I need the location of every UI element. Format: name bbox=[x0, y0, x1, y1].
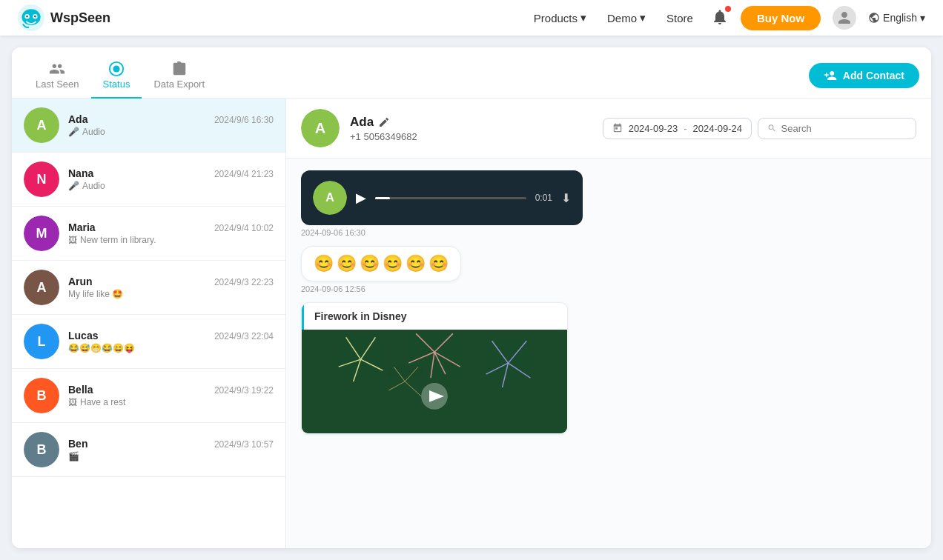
message-search-box[interactable] bbox=[758, 118, 916, 139]
svg-point-4 bbox=[26, 16, 28, 18]
media-message: Firework in Disney bbox=[301, 302, 916, 434]
user-icon bbox=[837, 10, 852, 25]
svg-point-1 bbox=[21, 9, 40, 25]
tab-status[interactable]: Status bbox=[91, 56, 142, 99]
tab-data-export[interactable]: Data Export bbox=[142, 56, 216, 99]
avatar: B bbox=[24, 378, 59, 413]
search-input[interactable] bbox=[781, 123, 907, 134]
edit-icon[interactable] bbox=[378, 116, 390, 128]
avatar: N bbox=[24, 161, 59, 197]
logo-icon bbox=[18, 4, 44, 31]
user-avatar[interactable] bbox=[833, 6, 856, 30]
chevron-down-icon: ▾ bbox=[580, 11, 586, 24]
notification-bell[interactable] bbox=[711, 8, 729, 28]
list-item[interactable]: B Ben 2024/9/3 10:57 🎬 bbox=[12, 423, 285, 477]
language-selector[interactable]: English ▾ bbox=[868, 12, 925, 24]
main-panel: Last Seen Status Data Export bbox=[12, 47, 931, 548]
main-nav: Products ▾ Demo ▾ Store bbox=[534, 11, 693, 24]
video-icon: 🎬 bbox=[68, 451, 79, 461]
mic-icon: 🎤 bbox=[68, 127, 79, 137]
header-actions: Buy Now English ▾ bbox=[711, 6, 925, 30]
app-title: WspSeen bbox=[50, 10, 110, 26]
lang-chevron-icon: ▾ bbox=[920, 12, 925, 24]
detail-header: A Ada +1 5056349682 bbox=[286, 99, 931, 159]
list-item[interactable]: B Bella 2024/9/3 19:22 🖼 Have a rest bbox=[12, 369, 285, 423]
logo[interactable]: WspSeen bbox=[18, 4, 110, 31]
tab-last-seen[interactable]: Last Seen bbox=[24, 56, 91, 99]
globe-icon bbox=[868, 12, 880, 24]
contact-detail-name: Ada bbox=[350, 115, 374, 130]
add-contact-button[interactable]: Add Contact bbox=[809, 63, 919, 88]
messages-area: A 🎤 ▶ 0:01 ⬇ 2024-09-06 16:30 bbox=[286, 159, 931, 548]
export-icon bbox=[171, 61, 188, 77]
avatar: B bbox=[24, 432, 59, 467]
media-title: Firework in Disney bbox=[302, 303, 567, 330]
audio-duration: 0:01 bbox=[535, 193, 552, 203]
svg-point-7 bbox=[113, 65, 119, 72]
firework-visual bbox=[302, 330, 567, 433]
status-icon bbox=[108, 61, 125, 77]
app-container: Last Seen Status Data Export bbox=[0, 36, 943, 560]
tabs-bar: Last Seen Status Data Export bbox=[12, 47, 931, 99]
detail-panel: A Ada +1 5056349682 bbox=[286, 99, 931, 548]
avatar: M bbox=[24, 216, 59, 251]
last-seen-icon bbox=[49, 61, 65, 77]
contact-phone: +1 5056349682 bbox=[350, 131, 592, 142]
emoji-message: 😊 😊 😊 😊 😊 😊 2024-09-06 12:56 bbox=[301, 246, 916, 293]
message-timestamp: 2024-09-06 12:56 bbox=[301, 284, 916, 293]
contact-list: A Ada 2024/9/6 16:30 🎤 Audio bbox=[12, 99, 286, 548]
list-item[interactable]: A Arun 2024/9/3 22:23 My life like 🤩 bbox=[12, 261, 285, 315]
svg-rect-8 bbox=[302, 330, 567, 433]
image-icon: 🖼 bbox=[68, 397, 77, 407]
add-person-icon bbox=[824, 69, 837, 82]
emoji-bubble: 😊 😊 😊 😊 😊 😊 bbox=[301, 246, 461, 281]
download-icon[interactable]: ⬇ bbox=[561, 191, 571, 205]
search-icon bbox=[767, 123, 777, 133]
play-button[interactable]: ▶ bbox=[356, 190, 366, 206]
notification-badge bbox=[725, 6, 731, 12]
detail-avatar: A bbox=[301, 109, 340, 147]
microphone-icon: 🎤 bbox=[313, 209, 321, 215]
calendar-icon bbox=[612, 123, 623, 133]
mic-icon: 🎤 bbox=[68, 181, 79, 191]
nav-products[interactable]: Products ▾ bbox=[534, 11, 586, 24]
nav-demo[interactable]: Demo ▾ bbox=[607, 11, 646, 24]
buy-now-button[interactable]: Buy Now bbox=[741, 6, 821, 30]
message-timestamp: 2024-09-06 16:30 bbox=[301, 228, 916, 237]
avatar: A bbox=[24, 107, 59, 143]
avatar: A bbox=[24, 270, 59, 305]
list-item[interactable]: M Maria 2024/9/4 10:02 🖼 New term in lib… bbox=[12, 207, 285, 261]
list-item[interactable]: L Lucas 2024/9/3 22:04 😂😅😁😂😄😝 bbox=[12, 315, 285, 369]
audio-thumbnail: A 🎤 bbox=[313, 181, 347, 215]
audio-message: A 🎤 ▶ 0:01 ⬇ 2024-09-06 16:30 bbox=[301, 170, 916, 237]
content-split: A Ada 2024/9/6 16:30 🎤 Audio bbox=[12, 99, 931, 548]
list-item[interactable]: N Nana 2024/9/4 21:23 🎤 Audio bbox=[12, 153, 285, 207]
date-from-input[interactable]: 2024-09-23 - 2024-09-24 bbox=[603, 118, 752, 139]
image-icon: 🖼 bbox=[68, 235, 77, 245]
avatar: L bbox=[24, 324, 59, 359]
date-filter: 2024-09-23 - 2024-09-24 bbox=[603, 118, 916, 139]
media-image bbox=[302, 330, 567, 433]
chevron-down-icon: ▾ bbox=[640, 11, 646, 24]
list-item[interactable]: A Ada 2024/9/6 16:30 🎤 Audio bbox=[12, 99, 285, 153]
app-header: WspSeen Products ▾ Demo ▾ Store Buy Now bbox=[0, 0, 943, 36]
audio-waveform bbox=[375, 197, 526, 199]
svg-point-5 bbox=[34, 16, 36, 18]
nav-store[interactable]: Store bbox=[666, 12, 693, 24]
